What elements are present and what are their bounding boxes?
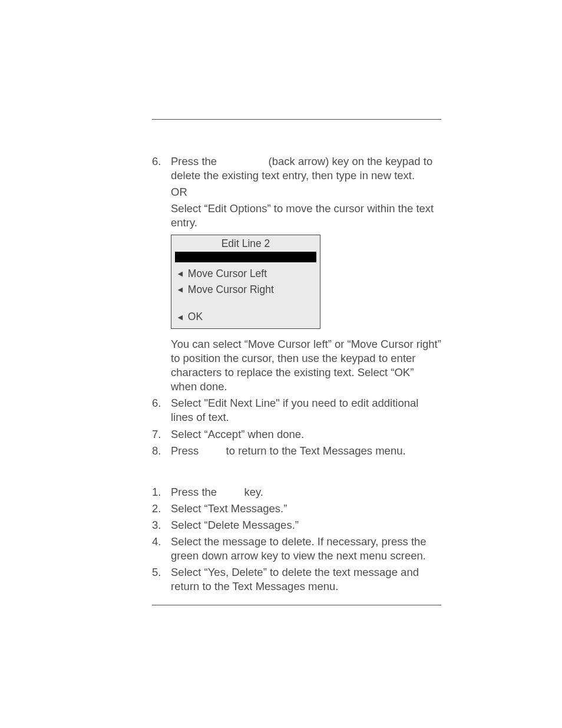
text-fragment: to return to the Text Messages menu. [223,444,405,457]
step-b1: 1. Press the key. [152,485,442,499]
step-text: Select “Edit Options” to move the cursor… [171,202,442,230]
steps-list-2: 1. Press the key. 2. Select “Text Messag… [152,485,442,594]
step-number: 5. [152,565,166,579]
step-number: 1. [152,485,166,499]
panel-row-move-right: ◄ Move Cursor Right [171,282,320,298]
step-6a: 6. Press the (back arrow) key on the key… [152,154,442,394]
step-text-after: You can select “Move Cursor left” or “Mo… [171,337,442,394]
step-b2: 2. Select “Text Messages.” [152,502,442,516]
edit-line-panel: Edit Line 2 ◄ Move Cursor Left ◄ Move Cu… [171,235,320,329]
step-b4: 4. Select the message to delete. If nece… [152,535,442,563]
step-6b: 6. Select "Edit Next Line" if you need t… [152,396,442,424]
step-b5: 5. Select “Yes, Delete” to delete the te… [152,565,442,594]
step-text: Press to return to the Text Messages men… [171,444,442,458]
or-text: OR [171,185,442,199]
section-gap [152,460,442,485]
panel-row-ok: ◄ OK [171,309,320,328]
step-text: Press the key. [171,485,442,499]
step-text: Select the message to delete. If necessa… [171,535,442,563]
panel-title: Edit Line 2 [171,235,320,252]
step-7: 7. Select “Accept” when done. [152,427,442,442]
step-text: Select "Edit Next Line" if you need to e… [171,396,442,424]
bottom-rule [152,605,441,605]
text-fragment: key. [241,486,263,498]
panel-row-label: Move Cursor Left [188,267,267,281]
triangle-left-icon: ◄ [176,284,184,295]
step-number: 6. [152,396,166,410]
step-number: 2. [152,502,166,516]
document-page: 6. Press the (back arrow) key on the key… [0,0,562,728]
top-rule [152,119,441,120]
step-text: Select “Accept” when done. [171,427,442,442]
step-8: 8. Press to return to the Text Messages … [152,444,442,458]
panel-row-label: Move Cursor Right [188,283,274,297]
step-text: Press the (back arrow) key on the keypad… [171,154,442,183]
triangle-left-icon: ◄ [176,268,184,279]
steps-list-1: 6. Press the (back arrow) key on the key… [152,154,442,458]
step-number: 6. [152,154,166,169]
step-text: Select “Delete Messages.” [171,518,442,532]
panel-row-move-left: ◄ Move Cursor Left [171,266,320,282]
step-number: 8. [152,444,166,458]
step-number: 7. [152,427,166,442]
step-text: Select “Yes, Delete” to delete the text … [171,565,442,594]
body-content: 6. Press the (back arrow) key on the key… [152,154,442,596]
step-number: 4. [152,535,166,549]
step-b3: 3. Select “Delete Messages.” [152,518,442,532]
panel-row-label: OK [188,310,203,324]
triangle-left-icon: ◄ [176,312,184,322]
panel-gap [171,297,320,309]
step-text: Select “Text Messages.” [171,502,442,516]
step-number: 3. [152,518,166,532]
text-fragment: Press the [171,155,220,167]
text-fragment: Press [171,444,201,457]
text-fragment: Press the [171,486,220,498]
panel-selection-bar [175,252,316,262]
